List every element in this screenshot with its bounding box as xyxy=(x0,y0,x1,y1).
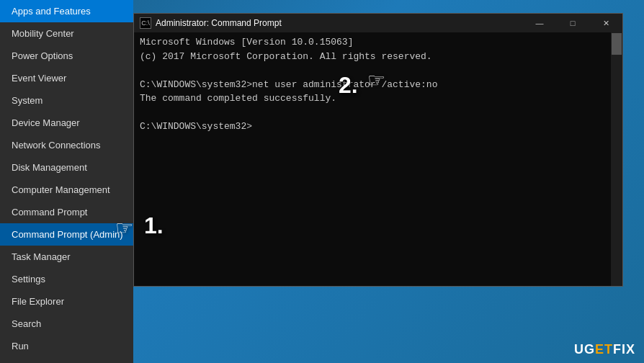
menu-item-label-15: Run xyxy=(12,341,29,351)
menu-item-6[interactable]: Network Connections xyxy=(0,134,133,156)
context-menu: Apps and FeaturesMobility CenterPower Op… xyxy=(0,0,133,363)
menu-item-label-14: Search xyxy=(12,318,41,329)
menu-item-label-0: Apps and Features xyxy=(12,6,91,17)
menu-item-label-7: Disk Management xyxy=(12,162,87,173)
menu-item-label-11: Task Manager xyxy=(12,251,71,262)
cmd-controls[interactable]: — □ ✕ xyxy=(523,14,622,32)
menu-item-label-2: Power Options xyxy=(12,50,73,61)
menu-item-5[interactable]: Device Manager xyxy=(0,112,133,134)
menu-item-15[interactable]: Run xyxy=(0,335,133,357)
watermark-fix: FIX xyxy=(613,342,635,357)
desktop: Apps and FeaturesMobility CenterPower Op… xyxy=(0,0,644,363)
menu-item-14[interactable]: Search xyxy=(0,313,133,335)
menu-item-10[interactable]: Command Prompt (Admin) xyxy=(0,223,133,246)
menu-item-label-10: Command Prompt (Admin) xyxy=(12,229,123,240)
menu-item-7[interactable]: Disk Management xyxy=(0,156,133,179)
menu-item-0[interactable]: Apps and Features xyxy=(0,0,133,22)
cmd-scrollbar[interactable] xyxy=(611,32,622,286)
menu-item-16[interactable]: Shut down or sign out› xyxy=(0,357,133,363)
cmd-line-6: C:\WINDOWS\system32> xyxy=(140,120,617,134)
cmd-line-4: The command completed successfully. xyxy=(140,91,617,106)
cursor1-icon: ☞ xyxy=(115,216,133,240)
menu-item-13[interactable]: File Explorer xyxy=(0,290,133,313)
cmd-line-1: (c) 2017 Microsoft Corporation. All righ… xyxy=(140,50,617,64)
menu-item-label-12: Settings xyxy=(12,274,45,284)
watermark-ug: UG xyxy=(574,342,595,357)
watermark: UGETFIX xyxy=(574,342,635,357)
close-button[interactable]: ✕ xyxy=(589,14,622,32)
minimize-button[interactable]: — xyxy=(523,14,556,32)
menu-item-label-4: System xyxy=(12,95,43,106)
menu-item-2[interactable]: Power Options xyxy=(0,45,133,67)
menu-item-label-5: Device Manager xyxy=(12,117,80,128)
cmd-window: C:\ Administrator: Command Prompt — □ ✕ … xyxy=(133,13,623,287)
cmd-titlebar: C:\ Administrator: Command Prompt — □ ✕ xyxy=(134,14,622,32)
menu-item-4[interactable]: System xyxy=(0,89,133,112)
menu-item-12[interactable]: Settings xyxy=(0,268,133,290)
maximize-button[interactable]: □ xyxy=(556,14,589,32)
menu-item-label-8: Computer Management xyxy=(12,184,110,195)
menu-item-label-9: Command Prompt xyxy=(12,207,87,218)
menu-item-label-13: File Explorer xyxy=(12,296,64,307)
menu-item-label-3: Event Viewer xyxy=(12,73,66,84)
cmd-scrollbar-thumb xyxy=(612,33,622,55)
menu-item-8[interactable]: Computer Management xyxy=(0,179,133,201)
step2-label: 2. xyxy=(339,72,358,99)
step1-label: 1. xyxy=(144,212,164,239)
cmd-icon: C:\ xyxy=(140,17,151,29)
menu-item-11[interactable]: Task Manager xyxy=(0,246,133,268)
menu-item-label-1: Mobility Center xyxy=(12,28,74,39)
menu-item-label-6: Network Connections xyxy=(12,140,101,151)
menu-item-9[interactable]: Command Prompt xyxy=(0,201,133,223)
watermark-et: ET xyxy=(595,342,613,357)
menu-item-3[interactable]: Event Viewer xyxy=(0,67,133,89)
menu-item-1[interactable]: Mobility Center xyxy=(0,22,133,45)
cursor2-icon: ☞ xyxy=(367,68,385,92)
cmd-line-0: Microsoft Windows [Version 10.0.15063] xyxy=(140,35,617,50)
cmd-line-5 xyxy=(140,106,617,120)
